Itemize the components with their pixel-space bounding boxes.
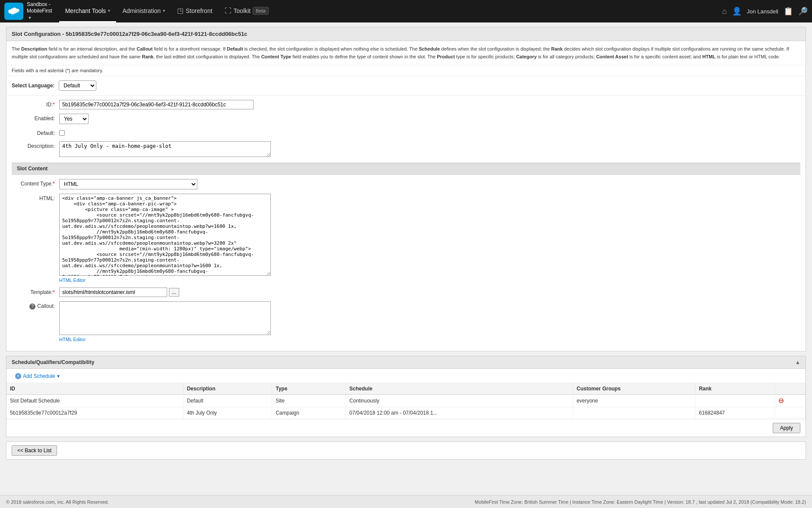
category-bold: Category (516, 54, 537, 59)
content-type-select[interactable]: HTML (59, 179, 197, 189)
enabled-select[interactable]: Yes (59, 114, 89, 124)
user-info[interactable]: Jon Lansdell (747, 8, 778, 15)
cell-type: Site (272, 395, 346, 407)
page-content: Slot Configuration - 5b195835c9e77c00012… (0, 22, 812, 495)
cell-description: Default (183, 395, 272, 407)
template-browse: ... (59, 288, 275, 297)
toolkit-beta-badge: Beta (253, 7, 269, 15)
notifications-icon[interactable]: 📋 (783, 6, 793, 16)
content-type-control: HTML (59, 179, 275, 189)
top-navigation: Sandbox - MobileFirst ▾ Merchant Tools ▾… (0, 0, 812, 22)
id-label: ID:* (12, 100, 59, 108)
enabled-label: Enabled: (12, 114, 59, 121)
language-select[interactable]: Default (59, 80, 96, 91)
nav-storefront[interactable]: ◳ Storefront (171, 0, 218, 22)
callout-help-icon[interactable]: ? (29, 304, 35, 310)
html-textarea[interactable]: <div class="amp-ca-banner js_ca_banner">… (59, 194, 271, 276)
callout-textarea[interactable] (59, 301, 271, 335)
template-control: ... (59, 288, 275, 297)
template-browse-btn[interactable]: ... (169, 288, 179, 297)
sandbox-label: Sandbox - MobileFirst ▾ (27, 1, 52, 22)
salesforce-logo (4, 3, 23, 20)
nav-items: Merchant Tools ▾ Administration ▾ ◳ Stor… (59, 0, 722, 22)
html-bold: HTML (702, 54, 716, 59)
schedule-table-head: ID Description Type Schedule Customer Gr… (6, 383, 806, 395)
cell-action (774, 407, 805, 419)
table-row[interactable]: 5b195835c9e77c00012a7f294th July OnlyCam… (6, 407, 806, 419)
add-schedule-label: Add Schedule (23, 373, 55, 379)
callout-html-editor-link[interactable]: HTML Editor (59, 337, 86, 342)
page-title: Slot Configuration - 5b195835c9e77c00012… (6, 27, 806, 41)
nav-administration[interactable]: Administration ▾ (116, 0, 171, 22)
col-type: Type (272, 383, 346, 395)
template-input[interactable] (59, 288, 167, 297)
col-customer-groups: Customer Groups (573, 383, 695, 395)
home-icon[interactable]: ⌂ (722, 7, 727, 16)
default-control (59, 128, 275, 137)
scroll-up-icon[interactable]: ▲ (795, 359, 800, 365)
schedule-bold: Schedule (419, 46, 440, 51)
callout-bold: Callout (136, 46, 152, 51)
html-editor-link[interactable]: HTML Editor (59, 278, 86, 283)
help-icon[interactable]: 🔎 (798, 6, 808, 16)
back-row: << Back to List (6, 441, 806, 460)
apply-button[interactable]: Apply (773, 423, 800, 433)
storefront-icon: ◳ (177, 6, 184, 15)
language-label: Select Language: (12, 83, 54, 89)
cell-rank: 616824847 (695, 407, 774, 419)
mandatory-note: Fields with a red asterisk (*) are manda… (6, 65, 806, 76)
col-description: Description (183, 383, 272, 395)
default-row: Default: (12, 128, 800, 137)
nav-toolkit[interactable]: ⛶ Toolkit Beta (219, 0, 275, 22)
schedule-table-body: Slot Default ScheduleDefaultSiteContinuo… (6, 395, 806, 419)
info-text-1: The (12, 46, 21, 51)
description-textarea[interactable]: 4th July Only - main-home-page-slot (59, 141, 271, 157)
schedule-table: ID Description Type Schedule Customer Gr… (6, 383, 806, 419)
callout-row: ?Callout: HTML Editor (12, 301, 800, 342)
col-id: ID (6, 383, 183, 395)
info-section: The Description field is for an internal… (6, 41, 806, 65)
rank2-bold: Rank (142, 54, 153, 59)
add-schedule-dropdown-icon: ▾ (57, 373, 60, 379)
cell-id: Slot Default Schedule (6, 395, 183, 407)
col-rank: Rank (695, 383, 774, 395)
content-asset-bold: Content Asset (596, 54, 628, 59)
id-control (59, 100, 275, 109)
description-bold: Description (21, 46, 48, 51)
callout-control: HTML Editor (59, 301, 336, 342)
content-type-row: Content Type:* HTML (12, 179, 800, 189)
user-icon[interactable]: 👤 (732, 6, 742, 16)
slot-content-header: Slot Content (12, 163, 800, 175)
cell-description: 4th July Only (183, 407, 272, 419)
apply-row: Apply (6, 419, 806, 437)
col-schedule: Schedule (346, 383, 573, 395)
content-type-bold: Content Type (261, 54, 291, 59)
delete-row-button[interactable]: ⊖ (778, 397, 784, 404)
merchant-tools-caret: ▾ (108, 8, 110, 13)
nav-merchant-tools[interactable]: Merchant Tools ▾ (59, 0, 117, 22)
description-row: Description: 4th July Only - main-home-p… (12, 141, 800, 158)
back-to-list-button[interactable]: << Back to List (12, 445, 57, 456)
html-label: HTML: (12, 194, 59, 201)
cell-rank (695, 395, 774, 407)
html-control: <div class="amp-ca-banner js_ca_banner">… (59, 194, 336, 283)
administration-caret: ▾ (163, 8, 165, 13)
add-schedule-plus-icon: + (15, 373, 21, 379)
form-section: ID:* Enabled: Yes Default: (6, 96, 806, 351)
id-input[interactable] (59, 100, 254, 109)
table-row[interactable]: Slot Default ScheduleDefaultSiteContinuo… (6, 395, 806, 407)
schedule-header: Schedule/Qualifiers/Compatibility ▲ (6, 356, 806, 369)
template-row: Template:* ... (12, 288, 800, 297)
product-bold: Product (437, 54, 455, 59)
default-checkbox[interactable] (59, 130, 65, 136)
default-label: Default: (12, 128, 59, 136)
toolkit-icon: ⛶ (225, 7, 232, 15)
schedule-title: Schedule/Qualifiers/Compatibility (12, 359, 94, 365)
enabled-control: Yes (59, 114, 275, 124)
add-schedule-button[interactable]: + Add Schedule ▾ (12, 371, 63, 381)
callout-label: ?Callout: (12, 301, 59, 310)
enabled-row: Enabled: Yes (12, 114, 800, 124)
cell-action: ⊖ (774, 395, 805, 407)
language-row: Select Language: Default (6, 76, 806, 96)
rank-bold: Rank (551, 46, 563, 51)
